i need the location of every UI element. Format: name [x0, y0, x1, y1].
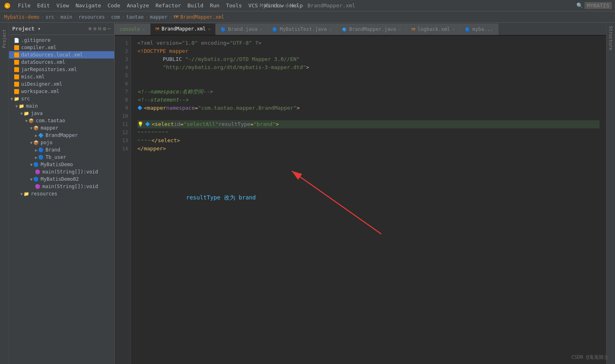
main-void2-icon: 🟣 [35, 184, 41, 189]
menu-tools[interactable]: Tools [223, 2, 245, 9]
tree-item-java[interactable]: ▼ 📁 java [9, 110, 114, 117]
java-arrow: ▼ [20, 111, 23, 116]
search-everywhere-icon[interactable]: 🔍 [576, 2, 583, 9]
tree-label-compiler: compiler.xml [21, 45, 57, 50]
tree-item-main-void2[interactable]: 🟣 main(String[]):void [9, 183, 114, 190]
project-panel: Project ▾ ⊕ ≡ ⊟ ⚙ − 📄 .gitignore 🟧 compi… [9, 23, 115, 364]
project-label-vertical[interactable]: Project [1, 26, 8, 51]
pojo-icon: 📦 [33, 140, 39, 145]
menu-refactor[interactable]: Refactor [152, 2, 185, 9]
minimize-icon[interactable]: − [108, 26, 111, 32]
line-numbers: 1 2 3 4 5 6 7 8 9 10 11 12 13 14 [115, 36, 131, 364]
brand-java-close[interactable]: ✕ [260, 27, 262, 32]
tab-mybatistest-java[interactable]: 🔵 MyBatisTest.java ✕ [267, 24, 337, 35]
bc-sep3: › [74, 14, 77, 20]
mybatisdemo-arrow: ▼ [30, 162, 33, 167]
code-content[interactable]: <?xml version="1.0" encoding="UTF-8" ?> … [131, 36, 606, 364]
console-label: console [120, 26, 140, 32]
bc-file[interactable]: BrandMapper.xml [180, 14, 224, 20]
tab-logback-xml[interactable]: 🗺 logback.xml ✕ [406, 24, 461, 35]
tree-item-datasources[interactable]: 🟧 dataSources.xml [9, 58, 114, 66]
menu-file[interactable]: File [15, 2, 34, 9]
bc-sep5: › [122, 14, 124, 20]
tree-item-brandmapper[interactable]: ▶ 🔷 BrandMapper [9, 132, 114, 139]
console-close[interactable]: ✕ [143, 27, 145, 32]
bc-main[interactable]: main [61, 14, 72, 20]
tree-item-pojo[interactable]: ▼ 📦 pojo [9, 139, 114, 146]
structure-tab[interactable]: Structure [607, 23, 614, 54]
tree-item-jarrepos[interactable]: 🟧 jarRepositories.xml [9, 66, 114, 73]
code-line-9: 🔷 <mapper namespace = "com.taotao.mapper… [137, 104, 600, 112]
main-layout: Project Project ▾ ⊕ ≡ ⊟ ⚙ − 📄 .gitignore… [0, 23, 615, 364]
menu-view[interactable]: View [53, 2, 72, 9]
brandmapper-java-label: BrandMapper.java [349, 26, 396, 32]
tab-brandmapper-java[interactable]: 🔷 BrandMapper.java ✕ [337, 24, 406, 35]
mybatistest-close[interactable]: ✕ [329, 27, 332, 32]
bc-sep1: › [41, 14, 44, 20]
tree-item-uidesigner[interactable]: 🟧 uiDesigner.xml [9, 80, 114, 88]
tree-item-mybatisdemo02[interactable]: ▼ 🔵 MyBatisDemo02 [9, 176, 114, 183]
tree-item-datasources-local[interactable]: 🟧 dataSources.local.xml [9, 51, 114, 58]
tree-item-mybatisdemo[interactable]: ▼ 🔵 MyBatisDemo [9, 161, 114, 168]
mybatis-button[interactable]: MYBATIS [585, 2, 612, 9]
tab-brandmapper-xml[interactable]: 🗺 BrandMapper.xml ✕ [150, 24, 216, 35]
mybatisdemo02-icon: 🔵 [33, 177, 39, 182]
main-arrow: ▼ [15, 104, 18, 108]
tree-label-misc: misc.xml [21, 74, 45, 80]
settings-icon[interactable]: ⚙ [103, 26, 106, 32]
mybatistest-icon: 🔵 [272, 27, 277, 32]
menu-edit[interactable]: Edit [34, 2, 53, 9]
menu-build[interactable]: Build [184, 2, 206, 9]
tree-label-main-void1: main(String[]):void [42, 169, 98, 175]
brandmapper-java-close[interactable]: ✕ [399, 27, 401, 32]
annotation-container: resultType 改为 brand [137, 161, 600, 242]
brandmapper-xml-close[interactable]: ✕ [208, 27, 211, 31]
brandmapper-xml-label: BrandMapper.xml [162, 26, 206, 32]
bc-com[interactable]: com [111, 14, 120, 20]
project-header: Project ▾ ⊕ ≡ ⊟ ⚙ − [9, 23, 114, 35]
logback-xml-close[interactable]: ✕ [452, 27, 455, 32]
tree-label-mybatisdemo: MyBatisDemo [41, 162, 73, 167]
tree-item-gitignore[interactable]: 📄 .gitignore [9, 37, 114, 44]
tree-item-main[interactable]: ▼ 📁 main [9, 102, 114, 110]
tree-item-main-void1[interactable]: 🟣 main(String[]):void [9, 168, 114, 176]
menu-code[interactable]: Code [104, 2, 124, 9]
tree-label-gitignore: .gitignore [21, 37, 50, 43]
tab-console[interactable]: console ✕ [115, 24, 150, 35]
tree-item-mapper-pkg[interactable]: ▼ 📦 mapper [9, 124, 114, 132]
tree-item-compiler[interactable]: 🟧 compiler.xml [9, 44, 114, 51]
mybatistest-java-label: MyBatisTest.java [280, 26, 327, 32]
mapper-icon-9: 🔷 [137, 104, 142, 112]
tree-item-brand[interactable]: ▶ 🔵 Brand [9, 146, 114, 154]
menu-vcs[interactable]: VCS [245, 2, 261, 9]
tree-item-resources[interactable]: ▼ 📁 resources [9, 190, 114, 197]
tree-item-com-taotao[interactable]: ▼ 📦 com.taotao [9, 117, 114, 124]
code-line-8: <!--statement--> [137, 96, 600, 104]
code-text-11f: resultType [218, 120, 250, 128]
menu-navigate[interactable]: Navigate [72, 2, 104, 9]
tbuser-icon: 🔵 [38, 155, 44, 160]
bc-src[interactable]: src [46, 14, 54, 20]
bc-taotao[interactable]: taotao [126, 14, 143, 20]
bc-resources[interactable]: resources [78, 14, 105, 20]
tree-label-datasources: dataSources.xml [21, 59, 65, 65]
ln-10: 10 [117, 112, 128, 120]
collapse-icon[interactable]: ≡ [93, 26, 97, 32]
menu-analyze[interactable]: Analyze [124, 2, 152, 9]
menu-run[interactable]: Run [206, 2, 222, 9]
sort-icon[interactable]: ⊟ [98, 26, 102, 32]
code-text-11g: = [250, 120, 254, 128]
tree-item-workspace[interactable]: 🟧 workspace.xml [9, 88, 114, 95]
code-text-11h: "brand" [253, 120, 276, 128]
tree-item-tbuser[interactable]: ▶ 🔵 Tb_user [9, 154, 114, 161]
tree-item-src[interactable]: ▼ 📁 src [9, 95, 114, 102]
code-text-4: "http://mybatis.org/dtd/mybatis-3-mapper… [137, 63, 309, 72]
bc-mapper[interactable]: mapper [150, 14, 167, 20]
tree-item-misc[interactable]: 🟧 misc.xml [9, 73, 114, 80]
tab-brand-java[interactable]: 🔵 Brand.java ✕ [216, 24, 267, 35]
menu-bar: ✦ File Edit View Navigate Code Analyze R… [0, 0, 615, 11]
locate-icon[interactable]: ⊕ [89, 26, 92, 32]
tab-myba-more[interactable]: 🔵 myba... [460, 24, 498, 35]
bc-project[interactable]: Mybatis-demo [4, 14, 39, 20]
mybatisdemo-icon: 🔵 [33, 162, 39, 167]
